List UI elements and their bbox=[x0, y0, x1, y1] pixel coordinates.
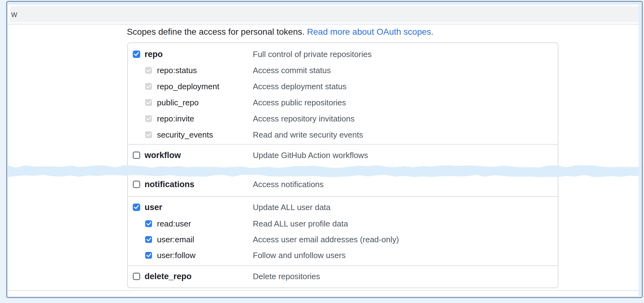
scope-row-repo: repo Full control of private repositorie… bbox=[128, 46, 558, 62]
scope-row-notifications: notifications Access notifications bbox=[128, 176, 558, 192]
scope-row-security-events: security_events Read and write security … bbox=[128, 127, 558, 143]
header-divider bbox=[8, 24, 639, 24]
scope-desc-repo-invite: Access repository invitations bbox=[253, 114, 355, 124]
window-frame: w Scopes define the access for personal … bbox=[6, 1, 643, 298]
scope-label-repo-invite: repo:invite bbox=[157, 114, 194, 124]
scope-desc-user: Update ALL user data bbox=[253, 203, 331, 212]
scope-row-repo-status: repo:status Access commit status bbox=[128, 62, 558, 78]
scope-label-public-repo: public_repo bbox=[157, 98, 199, 108]
row-divider bbox=[128, 265, 558, 266]
scope-label-repo: repo bbox=[145, 50, 163, 59]
checkbox-public-repo[interactable] bbox=[145, 99, 152, 106]
torn-screenshot-band bbox=[7, 162, 639, 178]
checkbox-repo-status[interactable] bbox=[145, 67, 152, 74]
checkbox-repo-deployment[interactable] bbox=[145, 83, 152, 90]
scope-desc-workflow: Update GitHub Action workflows bbox=[253, 151, 368, 160]
scope-label-repo-status: repo:status bbox=[157, 66, 197, 75]
scope-label-delete-repo: delete_repo bbox=[145, 272, 192, 281]
scope-desc-user-follow: Follow and unfollow users bbox=[253, 251, 346, 260]
note-input-value: w bbox=[11, 10, 17, 19]
checkbox-user[interactable] bbox=[133, 204, 140, 211]
scope-row-user: user Update ALL user data bbox=[128, 199, 558, 215]
scope-label-user-email: user:email bbox=[157, 235, 194, 244]
scope-label-read-user: read:user bbox=[157, 219, 191, 229]
scope-desc-repo-status: Access commit status bbox=[253, 66, 331, 75]
scope-row-repo-deployment: repo_deployment Access deployment status bbox=[128, 78, 558, 94]
scope-row-delete-repo: delete_repo Delete repositories bbox=[128, 268, 558, 284]
oauth-scopes-link[interactable]: Read more about OAuth scopes. bbox=[307, 27, 434, 37]
row-divider bbox=[128, 196, 558, 197]
scopes-intro: Scopes define the access for personal to… bbox=[127, 26, 433, 37]
checkbox-security-events[interactable] bbox=[145, 131, 152, 138]
scope-desc-public-repo: Access public repositories bbox=[253, 98, 346, 108]
note-input[interactable]: w bbox=[10, 6, 639, 22]
checkbox-user-email[interactable] bbox=[145, 236, 152, 243]
scope-desc-repo-deployment: Access deployment status bbox=[253, 82, 347, 91]
row-divider bbox=[128, 144, 558, 145]
scope-label-notifications: notifications bbox=[145, 180, 195, 189]
checkbox-read-user[interactable] bbox=[145, 220, 152, 227]
scope-row-user-follow: user:follow Follow and unfollow users bbox=[128, 247, 558, 263]
scope-row-public-repo: public_repo Access public repositories bbox=[128, 94, 558, 111]
scope-label-user-follow: user:follow bbox=[157, 251, 195, 260]
checkbox-repo-invite[interactable] bbox=[145, 115, 152, 122]
checkbox-user-follow[interactable] bbox=[145, 252, 152, 259]
checkbox-workflow[interactable] bbox=[133, 152, 140, 159]
scope-desc-security-events: Read and write security events bbox=[253, 130, 363, 140]
scope-row-workflow: workflow Update GitHub Action workflows bbox=[128, 147, 558, 163]
page-content: w Scopes define the access for personal … bbox=[8, 5, 639, 296]
checkbox-repo[interactable] bbox=[133, 50, 140, 58]
scope-desc-user-email: Access user email addresses (read-only) bbox=[253, 235, 399, 244]
scope-desc-delete-repo: Delete repositories bbox=[253, 272, 320, 281]
scope-label-user: user bbox=[145, 203, 162, 212]
scopes-intro-text: Scopes define the access for personal to… bbox=[127, 27, 307, 37]
scope-desc-repo: Full control of private repositories bbox=[253, 50, 372, 59]
scope-label-repo-deployment: repo_deployment bbox=[157, 82, 219, 91]
scope-row-repo-invite: repo:invite Access repository invitation… bbox=[128, 111, 558, 127]
scope-desc-read-user: Read ALL user profile data bbox=[253, 219, 348, 229]
checkbox-delete-repo[interactable] bbox=[133, 273, 140, 280]
scope-label-security-events: security_events bbox=[157, 130, 213, 140]
bottom-divider bbox=[7, 290, 639, 291]
scope-label-workflow: workflow bbox=[145, 151, 181, 160]
scope-desc-notifications: Access notifications bbox=[253, 180, 324, 189]
scope-row-user-email: user:email Access user email addresses (… bbox=[128, 231, 558, 248]
checkbox-notifications[interactable] bbox=[133, 181, 140, 188]
scope-row-read-user: read:user Read ALL user profile data bbox=[128, 216, 558, 232]
